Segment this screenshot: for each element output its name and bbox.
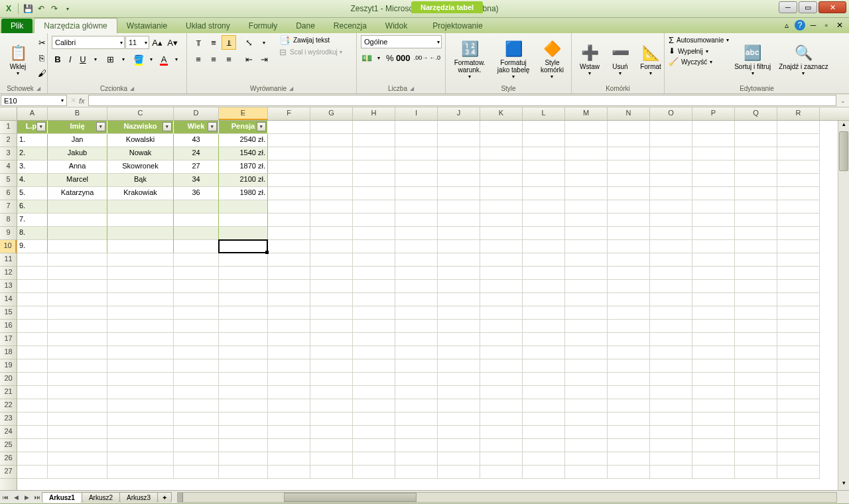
cell[interactable] [608, 466, 650, 479]
cell[interactable] [777, 147, 820, 160]
cell[interactable] [107, 439, 174, 452]
cell[interactable] [650, 452, 692, 466]
cell[interactable] [17, 399, 48, 412]
filter-icon[interactable]: ▾ [257, 122, 266, 131]
cell[interactable] [777, 134, 820, 147]
cell[interactable] [480, 267, 523, 280]
cell[interactable] [438, 346, 480, 359]
cell[interactable]: Katarzyna [48, 187, 107, 200]
cell[interactable] [310, 320, 353, 333]
cell[interactable] [692, 320, 735, 333]
cell[interactable] [608, 412, 650, 426]
cell[interactable] [523, 200, 565, 214]
cell[interactable] [17, 426, 48, 439]
cell[interactable] [692, 200, 735, 214]
format-cells-button[interactable]: 📐Format▾ [637, 35, 665, 85]
decrease-indent-icon[interactable]: ⇤ [241, 52, 256, 66]
cell[interactable]: Krakowiak [107, 187, 174, 200]
cell[interactable] [523, 399, 565, 412]
cell[interactable] [107, 267, 174, 280]
sheet-first-icon[interactable]: ⏮ [0, 494, 11, 501]
cell[interactable] [523, 187, 565, 200]
cell[interactable] [692, 174, 735, 187]
cell[interactable]: 5. [17, 187, 48, 200]
shrink-font-icon[interactable]: A▾ [165, 35, 180, 50]
cell[interactable] [438, 439, 480, 452]
cell[interactable] [735, 466, 777, 479]
bold-button[interactable]: B [52, 52, 64, 66]
cell[interactable] [353, 306, 395, 320]
cell[interactable] [219, 346, 268, 359]
cell[interactable]: Wiek▾ [174, 121, 219, 134]
cell[interactable] [310, 174, 353, 187]
cell[interactable]: 3. [17, 160, 48, 174]
cell[interactable] [107, 240, 174, 253]
cell[interactable] [353, 452, 395, 466]
cell[interactable] [608, 359, 650, 373]
cell[interactable] [395, 147, 438, 160]
cell[interactable] [353, 280, 395, 293]
cell[interactable] [268, 373, 310, 386]
cell[interactable] [565, 439, 608, 452]
cell[interactable] [395, 452, 438, 466]
cell[interactable] [523, 386, 565, 399]
cell[interactable] [608, 399, 650, 412]
fill-color-icon[interactable]: 🪣 [133, 52, 145, 66]
maximize-button[interactable]: ▭ [799, 1, 817, 13]
cell[interactable] [777, 399, 820, 412]
cell[interactable] [565, 253, 608, 267]
cell[interactable] [107, 214, 174, 227]
cell[interactable] [353, 121, 395, 134]
cell[interactable] [353, 439, 395, 452]
cell[interactable] [174, 359, 219, 373]
column-header[interactable]: A [17, 107, 48, 120]
accounting-format-icon[interactable]: 💵 [361, 50, 373, 65]
cell[interactable] [735, 399, 777, 412]
cell[interactable] [692, 359, 735, 373]
cell[interactable] [353, 346, 395, 359]
cell[interactable] [438, 320, 480, 333]
cell[interactable] [777, 386, 820, 399]
align-top-icon[interactable]: ⫪ [191, 35, 206, 50]
cell[interactable] [17, 280, 48, 293]
cell[interactable] [777, 121, 820, 134]
tab-formulas[interactable]: Formuły [239, 19, 287, 33]
cell[interactable] [268, 187, 310, 200]
cell[interactable] [353, 253, 395, 267]
row-header[interactable]: 12 [0, 267, 17, 280]
cell[interactable] [353, 134, 395, 147]
cell[interactable] [565, 426, 608, 439]
delete-cells-button[interactable]: ➖Usuń▾ [606, 35, 634, 85]
cell[interactable] [735, 452, 777, 466]
cell[interactable] [777, 293, 820, 306]
cell[interactable] [480, 386, 523, 399]
cell[interactable] [565, 187, 608, 200]
cell[interactable] [353, 227, 395, 240]
cell[interactable] [777, 359, 820, 373]
fx-icon[interactable]: fx [79, 97, 85, 105]
cell[interactable]: Marcel [48, 174, 107, 187]
cell[interactable] [692, 214, 735, 227]
row-header[interactable]: 9 [0, 227, 17, 240]
column-header[interactable]: J [438, 107, 480, 120]
cell[interactable] [608, 320, 650, 333]
cell[interactable] [353, 466, 395, 479]
cell[interactable] [395, 160, 438, 174]
cell[interactable]: 2100 zł. [219, 174, 268, 187]
cell[interactable] [735, 160, 777, 174]
cell[interactable] [395, 253, 438, 267]
orientation-icon[interactable]: ⤡ [241, 35, 256, 50]
cell[interactable] [438, 280, 480, 293]
cell[interactable] [48, 452, 107, 466]
cell[interactable] [395, 373, 438, 386]
filter-icon[interactable]: ▾ [36, 122, 46, 131]
cell[interactable] [523, 320, 565, 333]
row-header[interactable]: 21 [0, 386, 17, 399]
find-select-button[interactable]: 🔍Znajdź i zaznacz▾ [776, 35, 830, 85]
cell[interactable] [565, 306, 608, 320]
cell[interactable] [219, 426, 268, 439]
cell[interactable]: 36 [174, 187, 219, 200]
cell[interactable]: Nowak [107, 147, 174, 160]
undo-icon[interactable]: ↶ [35, 3, 47, 15]
cell[interactable] [107, 466, 174, 479]
